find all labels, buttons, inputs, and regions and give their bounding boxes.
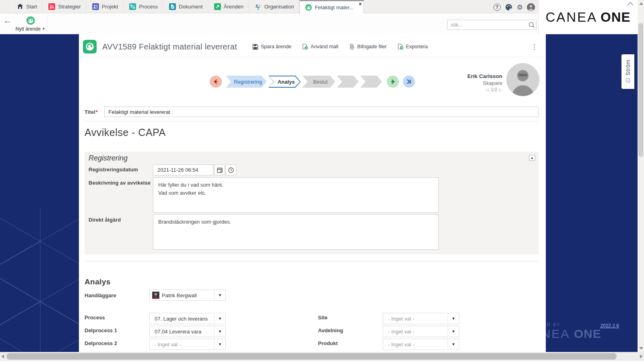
chevron-down-icon[interactable]: ▼ [448, 313, 459, 324]
search-icon[interactable] [527, 21, 536, 29]
scroll-down-icon[interactable] [639, 347, 643, 350]
case-toolbar: Spara ärende Använd mall Bifogade filer … [252, 43, 428, 50]
pager-count: 1/2 [491, 87, 497, 93]
scroll-left-icon[interactable] [2, 354, 4, 358]
save-case-button[interactable]: Spara ärende [252, 44, 291, 50]
chevron-down-icon[interactable]: ▼ [214, 290, 225, 300]
workflow-step-analys[interactable]: Analys [268, 76, 301, 88]
department-dropdown[interactable]: - Inget val - ▼ [383, 326, 459, 337]
product-dropdown[interactable]: - Inget val - ▼ [383, 339, 459, 350]
tab-start[interactable]: Start [11, 0, 43, 13]
theme-palette-icon[interactable] [505, 3, 513, 11]
horizontal-scrollbar[interactable] [0, 352, 644, 361]
subprocess2-label: Delprocess 2 [85, 340, 117, 346]
scroll-up-icon[interactable] [639, 2, 643, 5]
help-icon[interactable]: ? [493, 4, 501, 11]
chevron-down-icon[interactable]: ▼ [448, 339, 459, 350]
arrow-left-icon [213, 78, 219, 85]
tab-label: Start [26, 4, 37, 10]
workflow-step-4[interactable] [337, 76, 359, 88]
logo-area: CANEAONE [538, 0, 638, 34]
workflow-skip-to-end-button[interactable] [403, 76, 415, 88]
tab-felaktigt-material[interactable]: Felaktigt mater... × [299, 0, 363, 14]
vertical-scrollbar-thumb[interactable] [638, 23, 643, 157]
participant-avatar [506, 63, 539, 96]
product-value: - Inget val - [383, 341, 448, 348]
tab-process[interactable]: Process [124, 0, 163, 13]
process-label: Process [85, 315, 105, 321]
tab-organisation[interactable]: Organisation [249, 0, 300, 13]
pager-prev-icon[interactable]: ◁ [485, 87, 489, 93]
close-icon[interactable]: × [359, 2, 361, 6]
required-mark: * [96, 109, 98, 115]
workflow-step-beslut[interactable]: Beslut [302, 76, 335, 88]
scroll-right-icon[interactable] [640, 354, 642, 358]
page-title: AVV1589 Felaktigt material levererat [102, 42, 237, 51]
chevron-down-icon[interactable]: ▼ [448, 326, 459, 337]
form-heading: Avvikelse - CAPA [85, 127, 166, 138]
clock-icon [228, 167, 234, 173]
home-icon [17, 3, 23, 10]
description-label: Beskrivning av avvikelse [89, 180, 151, 186]
vertical-scrollbar[interactable] [638, 0, 644, 352]
product-label: Produkt [318, 340, 338, 346]
process-dropdown[interactable]: 07. Lager och leverans ▼ [149, 313, 226, 324]
subprocess2-dropdown[interactable]: - Inget val - ▼ [149, 339, 226, 350]
divider [85, 261, 539, 261]
horizontal-scrollbar-thumb[interactable] [6, 353, 617, 360]
chevron-down-icon: ▼ [42, 27, 45, 31]
user-avatar[interactable] [527, 3, 535, 11]
description-textarea[interactable]: Här fyller du i vad som hänt. Vad som av… [153, 177, 439, 213]
export-button[interactable]: Exportera [397, 43, 428, 50]
use-template-button[interactable]: Använd mall [302, 43, 339, 50]
new-case-button[interactable]: Nytt ärende ▼ [14, 15, 47, 33]
department-value: - Inget val - [383, 329, 448, 335]
site-dropdown[interactable]: - Inget val - ▼ [383, 313, 459, 324]
tab-strategier[interactable]: Strategier [43, 0, 86, 13]
kebab-menu-icon[interactable]: ⋮ [529, 43, 539, 51]
background-pattern [0, 207, 80, 352]
organisation-icon [255, 3, 262, 10]
time-button[interactable] [225, 165, 236, 175]
back-arrow-icon[interactable]: ← [3, 16, 12, 25]
attachments-button[interactable]: Bifogade filer [349, 43, 387, 50]
direct-action-textarea[interactable]: Brandsläckningen som gjordes. [153, 214, 439, 250]
case-header: AVV1589 Felaktigt material levererat Spa… [79, 34, 546, 57]
tab-label: Felaktigt mater... [315, 4, 353, 10]
version-link[interactable]: 2022.2.6 [600, 323, 619, 329]
workflow-step-5[interactable] [360, 76, 382, 88]
strom-side-tab[interactable]: Ström [621, 54, 634, 89]
process-icon [129, 3, 136, 10]
title-input[interactable] [104, 107, 539, 117]
stream-bubble-icon [625, 78, 631, 84]
arrow-to-end-icon [406, 78, 412, 85]
calendar-button[interactable] [214, 165, 225, 175]
toolbtn-label: Använd mall [311, 44, 339, 49]
logo-product: ONE [601, 10, 631, 25]
search-input[interactable] [448, 22, 527, 28]
subprocess1-value: 07.04 Leverera vara [150, 329, 214, 335]
tab-label: Dokument [179, 4, 202, 10]
workflow-step-registrering[interactable]: Registrering [226, 76, 267, 88]
tab-dokument[interactable]: Dokument [163, 0, 208, 13]
title-label: Titel* [85, 109, 98, 115]
gear-icon[interactable]: ⚙ [517, 4, 523, 11]
pager-next-icon[interactable]: ▷ [499, 87, 502, 93]
tab-arenden[interactable]: Ärenden [208, 0, 249, 13]
chevron-down-icon[interactable]: ▼ [214, 339, 225, 350]
subprocess1-dropdown[interactable]: 07.04 Leverera vara ▼ [149, 326, 226, 337]
divider [85, 121, 539, 121]
tab-projekt[interactable]: Projekt [87, 0, 124, 13]
registration-date-input[interactable] [153, 165, 213, 175]
workflow-back-button[interactable] [210, 76, 222, 88]
handler-dropdown[interactable]: Patrik Bergwall ▼ [149, 290, 226, 301]
participant-name: Erik Carlsson [467, 73, 502, 79]
workflow-forward-button[interactable] [387, 76, 399, 88]
step-label: Registrering [231, 79, 262, 85]
step-label: Analys [275, 79, 295, 85]
chevron-down-icon[interactable]: ▼ [214, 326, 225, 337]
chevron-down-icon[interactable]: ▼ [214, 313, 225, 324]
department-label: Avdelning [318, 327, 343, 333]
collapse-section-icon[interactable]: ▲ [529, 155, 535, 161]
ribbon-collapse-icon[interactable] [628, 2, 633, 6]
